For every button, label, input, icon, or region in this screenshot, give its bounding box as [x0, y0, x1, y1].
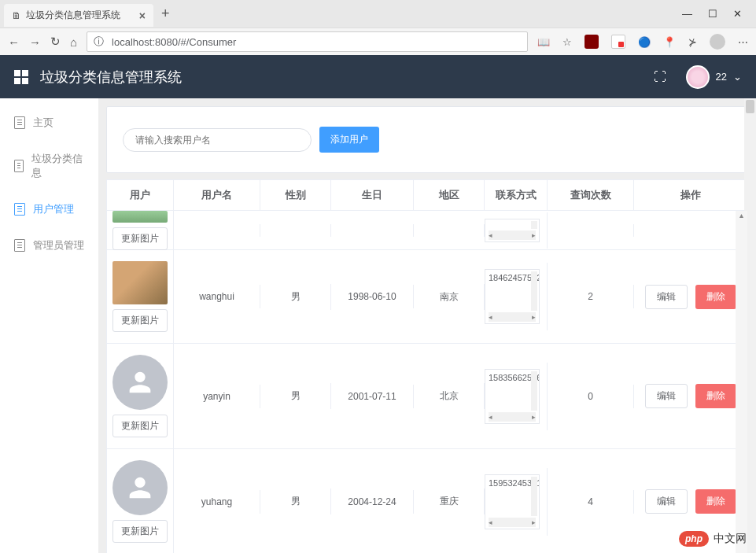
delete-button[interactable]: 删除 — [695, 285, 736, 309]
browser-tab[interactable]: 🗎 垃圾分类信息管理系统 × — [4, 4, 153, 27]
favorite-icon[interactable]: ☆ — [562, 36, 572, 48]
cell-gender: 男 — [260, 284, 331, 310]
table-row: 更新图片 ◂▸ — [107, 211, 747, 250]
fullscreen-icon[interactable]: ⛶ — [654, 70, 666, 84]
sidebar-item-home[interactable]: 主页 — [0, 105, 98, 141]
update-image-button[interactable]: 更新图片 — [112, 227, 168, 250]
user-image — [112, 211, 168, 223]
close-tab-icon[interactable]: × — [139, 9, 146, 22]
window-controls: — ☐ ✕ — [668, 8, 756, 20]
cell-region — [414, 224, 485, 237]
avatar — [686, 65, 710, 89]
table-scrollbar[interactable]: ▴ — [736, 211, 747, 553]
add-user-button[interactable]: 添加用户 — [319, 127, 379, 153]
update-image-button[interactable]: 更新图片 — [112, 415, 168, 437]
sidebar-item-label: 垃圾分类信息 — [31, 152, 84, 180]
th-region: 地区 — [414, 180, 485, 210]
file-icon: 🗎 — [12, 10, 21, 21]
extension-icon-3[interactable]: 📍 — [663, 36, 676, 48]
th-contact: 联系方式 — [485, 180, 548, 210]
toolbar-extras: 📖 ☆ 🔵 📍 ⊁ ⋯ — [537, 34, 748, 50]
th-gender: 性别 — [260, 180, 331, 210]
cell-birthday: 1998-06-10 — [331, 285, 414, 308]
user-menu[interactable]: 22 ⌄ — [686, 65, 742, 89]
extension-icon-2[interactable]: 🔵 — [638, 36, 651, 48]
maximize-button[interactable]: ☐ — [708, 8, 717, 20]
sidebar: 主页 垃圾分类信息 用户管理 管理员管理 — [0, 98, 98, 553]
contact-area[interactable]: 18462457532 ▴ ◂▸ — [485, 269, 540, 324]
address-bar: ← → ↻ ⌂ ⓘ localhost:8080/#/Consumer 📖 ☆ … — [0, 28, 756, 55]
cell-birthday: 2004-12-24 — [331, 490, 414, 514]
delete-button[interactable]: 删除 — [695, 489, 736, 514]
forward-button[interactable]: → — [29, 35, 41, 49]
update-image-button[interactable]: 更新图片 — [112, 309, 168, 332]
new-tab-button[interactable]: + — [153, 6, 178, 22]
user-default-avatar — [112, 355, 168, 410]
sidebar-item-admins[interactable]: 管理员管理 — [0, 227, 98, 264]
more-icon[interactable]: ⋯ — [738, 36, 748, 48]
cell-count: 0 — [548, 385, 634, 408]
table-body: 更新图片 ◂▸ — [107, 211, 747, 553]
browser-chrome: 🗎 垃圾分类信息管理系统 × + — ☐ ✕ ← → ↻ ⌂ ⓘ localho… — [0, 0, 756, 55]
cell-region: 重庆 — [414, 488, 485, 514]
table-row: 更新图片 yanyin 男 2001-07-11 北京 15835662566 … — [107, 344, 747, 449]
sidebar-item-garbage[interactable]: 垃圾分类信息 — [0, 141, 98, 191]
table-row: 更新图片 wanghui 男 1998-06-10 南京 18462457532… — [107, 250, 747, 344]
edit-button[interactable]: 编辑 — [645, 384, 688, 408]
th-action: 操作 — [634, 180, 747, 210]
site-info-icon[interactable]: ⓘ — [94, 35, 104, 49]
contact-area[interactable]: 15835662566 ▴ ◂▸ — [485, 369, 540, 424]
th-username: 用户名 — [174, 180, 260, 210]
cell-username: wanghui — [174, 285, 260, 308]
user-label: 22 — [716, 71, 727, 83]
close-window-button[interactable]: ✕ — [733, 8, 742, 20]
reader-icon[interactable]: 📖 — [537, 36, 550, 48]
table-row: 更新图片 yuhang 男 2004-12-24 重庆 15953245321 … — [107, 449, 747, 553]
contact-area[interactable]: 15953245321 ▴ ◂▸ — [485, 474, 540, 529]
app-menu-icon[interactable] — [14, 70, 28, 84]
cell-count: 2 — [548, 285, 634, 308]
user-image — [112, 261, 168, 304]
chevron-down-icon: ⌄ — [733, 71, 742, 83]
sidebar-item-label: 用户管理 — [33, 202, 74, 216]
update-image-button[interactable]: 更新图片 — [112, 520, 168, 543]
document-icon — [14, 239, 25, 252]
main-content: 添加用户 用户 用户名 性别 生日 地区 联系方式 查询次数 操作 — [98, 98, 756, 553]
cell-birthday — [331, 224, 414, 237]
refresh-button[interactable]: ↻ — [50, 35, 61, 49]
cell-count — [548, 224, 634, 237]
profile-icon[interactable] — [710, 34, 725, 50]
cell-region: 南京 — [414, 284, 485, 310]
favorites-bar-icon[interactable]: ⊁ — [688, 36, 697, 48]
edit-button[interactable]: 编辑 — [645, 285, 688, 309]
delete-button[interactable]: 删除 — [695, 384, 736, 408]
cell-region: 北京 — [414, 383, 485, 409]
watermark-text: 中文网 — [714, 532, 747, 546]
cell-gender: 男 — [260, 383, 331, 409]
sidebar-item-label: 主页 — [33, 116, 53, 130]
document-icon — [14, 160, 24, 172]
edit-button[interactable]: 编辑 — [645, 489, 688, 514]
back-button[interactable]: ← — [8, 35, 20, 49]
cell-birthday: 2001-07-11 — [331, 385, 414, 408]
extension-badge-icon[interactable] — [611, 35, 625, 49]
tab-bar: 🗎 垃圾分类信息管理系统 × + — ☐ ✕ — [0, 0, 756, 28]
users-table: 用户 用户名 性别 生日 地区 联系方式 查询次数 操作 更新图片 — [106, 179, 748, 553]
cell-gender: 男 — [260, 488, 331, 514]
app-header: 垃圾分类信息管理系统 ⛶ 22 ⌄ — [0, 55, 756, 98]
cell-username — [174, 224, 260, 237]
url-input[interactable]: ⓘ localhost:8080/#/Consumer — [87, 31, 528, 52]
scroll-up-icon[interactable]: ▴ — [736, 211, 747, 219]
php-badge: php — [679, 531, 709, 547]
th-count: 查询次数 — [548, 180, 634, 210]
minimize-button[interactable]: — — [682, 8, 692, 20]
ublock-icon[interactable] — [585, 35, 599, 49]
contact-area[interactable]: ◂▸ — [485, 219, 540, 242]
search-input[interactable] — [123, 128, 312, 152]
tab-title: 垃圾分类信息管理系统 — [26, 9, 120, 22]
sidebar-item-users[interactable]: 用户管理 — [0, 191, 98, 227]
home-button[interactable]: ⌂ — [70, 35, 77, 49]
table-header: 用户 用户名 性别 生日 地区 联系方式 查询次数 操作 — [107, 180, 747, 211]
cell-username: yuhang — [174, 490, 260, 514]
watermark: php 中文网 — [679, 531, 747, 547]
